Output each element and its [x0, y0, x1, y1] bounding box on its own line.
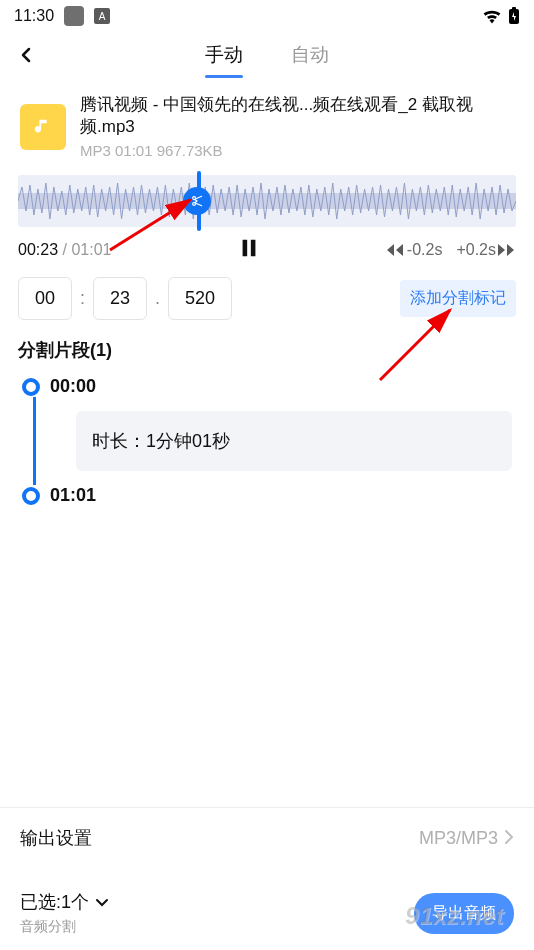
playback-time: 00:23 / 01:01: [18, 241, 111, 259]
tab-manual[interactable]: 手动: [205, 36, 243, 74]
minutes-input[interactable]: 00: [18, 277, 72, 320]
skip-back-button[interactable]: -0.2s: [387, 241, 443, 259]
chevron-left-icon: [18, 47, 34, 63]
pause-button[interactable]: [238, 237, 260, 263]
colon-sep: :: [80, 288, 85, 309]
svg-rect-4: [243, 240, 248, 257]
segments-title: 分割片段(1): [0, 320, 534, 366]
add-split-marker-button[interactable]: 添加分割标记: [400, 280, 516, 317]
fast-forward-icon: [498, 243, 516, 257]
segment-end-time: 01:01: [50, 485, 96, 506]
output-value: MP3/MP3: [419, 828, 498, 849]
svg-rect-5: [251, 240, 256, 257]
segments-timeline: 00:00 时长：1分钟01秒 01:01: [0, 366, 534, 506]
bottom-subnote: 音频分割: [20, 918, 108, 936]
scissors-icon: [190, 194, 204, 208]
current-time: 00:23: [18, 241, 58, 258]
output-label: 输出设置: [20, 826, 92, 850]
music-note-icon: [32, 116, 54, 138]
millis-input[interactable]: 520: [168, 277, 232, 320]
seconds-input[interactable]: 23: [93, 277, 147, 320]
waveform-container[interactable]: [18, 175, 516, 227]
waveform[interactable]: [18, 175, 516, 227]
status-app-icon-1: [64, 6, 84, 26]
wifi-icon: [482, 8, 502, 24]
status-app-icon-2: A: [94, 8, 110, 24]
segment-duration-card[interactable]: 时长：1分钟01秒: [76, 411, 512, 471]
playhead-handle[interactable]: [183, 187, 211, 215]
dot-sep: .: [155, 288, 160, 309]
bottom-bar: 已选:1个 音频分割 导出音频: [0, 878, 534, 950]
segment-start: 00:00: [22, 376, 512, 397]
segment-start-time: 00:00: [50, 376, 96, 397]
tab-auto[interactable]: 自动: [291, 36, 329, 74]
top-nav: 手动 自动: [0, 28, 534, 78]
battery-icon: [508, 7, 520, 25]
status-bar: 11:30 A: [0, 0, 534, 28]
back-button[interactable]: [14, 43, 38, 67]
time-row: 00:23 / 01:01 -0.2s +0.2s: [0, 227, 534, 263]
export-button[interactable]: 导出音频: [414, 893, 514, 934]
file-meta: MP3 01:01 967.73KB: [80, 142, 514, 159]
output-settings-row[interactable]: 输出设置 MP3/MP3: [0, 807, 534, 868]
segment-end: 01:01: [22, 485, 512, 506]
chevron-down-icon: [96, 898, 108, 908]
waveform-graphic: [18, 175, 516, 227]
file-row: 腾讯视频 - 中国领先的在线视...频在线观看_2 截取视频.mp3 MP3 0…: [0, 78, 534, 167]
timeline-marker-icon: [22, 487, 40, 505]
pause-icon: [238, 237, 260, 259]
time-input-row: 00 : 23 . 520 添加分割标记: [0, 263, 534, 320]
file-thumb: [20, 104, 66, 150]
file-name: 腾讯视频 - 中国领先的在线视...频在线观看_2 截取视频.mp3: [80, 94, 514, 138]
total-time: 01:01: [71, 241, 111, 258]
chevron-right-icon: [504, 828, 514, 849]
rewind-icon: [387, 243, 405, 257]
svg-rect-1: [512, 7, 516, 10]
timeline-marker-icon: [22, 378, 40, 396]
selected-count: 已选:1个: [20, 890, 108, 914]
skip-forward-button[interactable]: +0.2s: [456, 241, 516, 259]
clock: 11:30: [14, 7, 54, 25]
